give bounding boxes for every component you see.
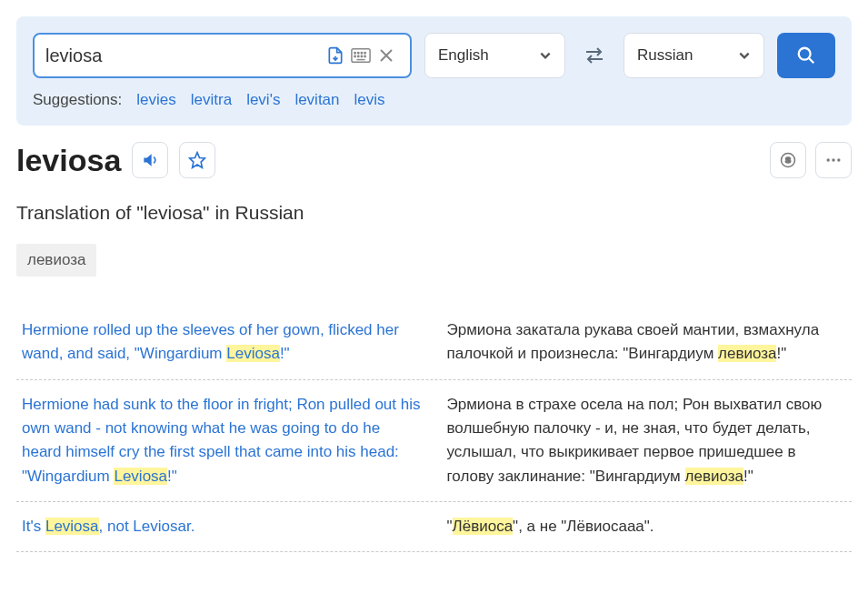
search-icon (796, 45, 816, 65)
svg-point-4 (364, 53, 365, 54)
example-target: Эрмиона закатала рукава своей мантии, вз… (447, 318, 847, 367)
search-row: English Russian (33, 33, 835, 78)
search-button[interactable] (777, 33, 835, 78)
pronounce-button[interactable] (132, 142, 168, 178)
swap-languages-button[interactable] (578, 39, 611, 72)
example-target: "Лёвиоса", а не "Лёвиосааа". (447, 515, 847, 539)
favorite-button[interactable] (179, 142, 215, 178)
source-language-label: English (438, 46, 489, 65)
more-button[interactable] (815, 142, 852, 178)
headline-right: S (770, 142, 852, 178)
svg-text:S: S (785, 156, 791, 165)
source-language-dropdown[interactable]: English (424, 33, 565, 78)
svg-point-7 (361, 55, 362, 56)
svg-point-5 (354, 55, 355, 56)
suggestion-link[interactable]: levitra (191, 91, 232, 109)
example-row: It's Leviosa, not Leviosar. "Лёвиоса", а… (16, 502, 852, 552)
example-source[interactable]: It's Leviosa, not Leviosar. (22, 515, 422, 539)
svg-point-3 (361, 53, 362, 54)
suggestion-link[interactable]: levi's (246, 91, 280, 109)
svg-point-19 (837, 158, 840, 161)
svg-point-12 (799, 48, 811, 60)
suggestion-link[interactable]: levies (136, 91, 175, 109)
example-source[interactable]: Hermione rolled up the sleeves of her go… (22, 318, 422, 367)
highlight: Leviosa (45, 518, 99, 535)
search-input[interactable] (45, 45, 323, 66)
highlight: Лёвиоса (453, 518, 514, 535)
svg-marker-14 (190, 153, 205, 168)
section-title: Translation of "leviosa" in Russian (16, 202, 852, 224)
suggestions-row: Suggestions: levies levitra levi's levit… (33, 91, 835, 109)
highlight: Leviosa (114, 468, 167, 485)
highlight: левиоза (718, 345, 776, 362)
more-horizontal-icon (824, 151, 843, 169)
synonyms-button[interactable]: S (770, 142, 806, 178)
example-source[interactable]: Hermione had sunk to the floor in fright… (22, 393, 422, 488)
chevron-down-icon (738, 49, 751, 62)
highlight: Leviosa (226, 345, 280, 362)
svg-point-18 (832, 158, 834, 161)
document-translate-icon[interactable] (323, 43, 348, 68)
star-icon (188, 151, 206, 169)
example-row: Hermione rolled up the sleeves of her go… (16, 313, 852, 380)
s-circle-icon: S (779, 151, 797, 169)
svg-line-13 (809, 58, 814, 64)
chevron-down-icon (539, 49, 552, 62)
headline-left: leviosa (16, 142, 215, 178)
search-box[interactable] (33, 33, 412, 78)
speaker-icon (141, 151, 159, 169)
svg-point-6 (358, 55, 359, 56)
highlight: левиоза (685, 468, 743, 485)
search-panel: English Russian Suggestions: levies levi… (16, 16, 852, 126)
example-target: Эрмиона в страхе осела на пол; Рон выхва… (447, 393, 847, 488)
example-row: Hermione had sunk to the floor in fright… (16, 380, 852, 502)
content: leviosa S Translation of "leviosa" in Ru… (0, 142, 868, 569)
target-language-dropdown[interactable]: Russian (624, 33, 764, 78)
headword: leviosa (16, 143, 121, 178)
svg-point-2 (358, 53, 359, 54)
target-language-label: Russian (637, 46, 693, 65)
clear-icon[interactable] (374, 43, 399, 68)
svg-point-8 (364, 55, 365, 56)
keyboard-icon[interactable] (348, 43, 374, 68)
svg-point-1 (354, 53, 355, 54)
suggestions-label: Suggestions: (33, 91, 122, 109)
suggestion-link[interactable]: levitan (294, 91, 339, 109)
suggestion-link[interactable]: levis (354, 91, 385, 109)
svg-point-17 (827, 158, 830, 161)
examples-list: Hermione rolled up the sleeves of her go… (16, 313, 852, 552)
translation-chip[interactable]: левиоза (16, 244, 96, 277)
headline-row: leviosa S (16, 142, 852, 178)
